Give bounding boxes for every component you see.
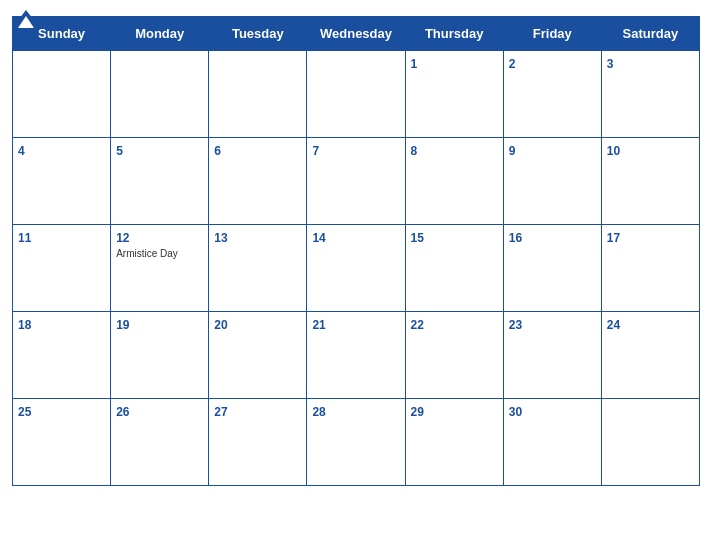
day-number: 3 — [607, 57, 614, 71]
day-number: 25 — [18, 405, 31, 419]
calendar-day-3: 3 — [601, 51, 699, 138]
day-number: 19 — [116, 318, 129, 332]
calendar-day-10: 10 — [601, 138, 699, 225]
calendar-week-row: 123 — [13, 51, 700, 138]
calendar-day-7: 7 — [307, 138, 405, 225]
calendar-empty-cell — [13, 51, 111, 138]
day-number: 17 — [607, 231, 620, 245]
calendar-day-12: 12Armistice Day — [111, 225, 209, 312]
day-number: 2 — [509, 57, 516, 71]
calendar-day-16: 16 — [503, 225, 601, 312]
calendar-day-15: 15 — [405, 225, 503, 312]
calendar-day-4: 4 — [13, 138, 111, 225]
day-number: 28 — [312, 405, 325, 419]
calendar-week-row: 1112Armistice Day1314151617 — [13, 225, 700, 312]
day-number: 8 — [411, 144, 418, 158]
day-number: 23 — [509, 318, 522, 332]
calendar-day-11: 11 — [13, 225, 111, 312]
calendar-empty-cell — [111, 51, 209, 138]
day-number: 14 — [312, 231, 325, 245]
calendar-day-1: 1 — [405, 51, 503, 138]
logo-icon — [12, 10, 40, 28]
day-number: 1 — [411, 57, 418, 71]
calendar-day-5: 5 — [111, 138, 209, 225]
day-number: 26 — [116, 405, 129, 419]
calendar-day-24: 24 — [601, 312, 699, 399]
calendar-day-26: 26 — [111, 399, 209, 486]
weekday-header-monday: Monday — [111, 17, 209, 51]
day-number: 4 — [18, 144, 25, 158]
calendar-day-25: 25 — [13, 399, 111, 486]
holiday-label: Armistice Day — [116, 248, 203, 259]
day-number: 5 — [116, 144, 123, 158]
day-number: 12 — [116, 231, 129, 245]
calendar-day-8: 8 — [405, 138, 503, 225]
calendar-day-9: 9 — [503, 138, 601, 225]
day-number: 16 — [509, 231, 522, 245]
day-number: 30 — [509, 405, 522, 419]
calendar-day-20: 20 — [209, 312, 307, 399]
calendar-day-23: 23 — [503, 312, 601, 399]
day-number: 7 — [312, 144, 319, 158]
weekday-header-tuesday: Tuesday — [209, 17, 307, 51]
calendar-empty-cell — [209, 51, 307, 138]
calendar-day-30: 30 — [503, 399, 601, 486]
calendar-grid: SundayMondayTuesdayWednesdayThursdayFrid… — [12, 16, 700, 486]
calendar-day-18: 18 — [13, 312, 111, 399]
day-number: 18 — [18, 318, 31, 332]
day-number: 11 — [18, 231, 31, 245]
calendar-day-29: 29 — [405, 399, 503, 486]
calendar-container: SundayMondayTuesdayWednesdayThursdayFrid… — [0, 0, 712, 550]
calendar-day-6: 6 — [209, 138, 307, 225]
day-number: 15 — [411, 231, 424, 245]
calendar-day-13: 13 — [209, 225, 307, 312]
calendar-week-row: 45678910 — [13, 138, 700, 225]
calendar-day-14: 14 — [307, 225, 405, 312]
day-number: 9 — [509, 144, 516, 158]
weekday-header-thursday: Thursday — [405, 17, 503, 51]
calendar-day-17: 17 — [601, 225, 699, 312]
day-number: 6 — [214, 144, 221, 158]
calendar-empty-cell — [601, 399, 699, 486]
weekday-header-wednesday: Wednesday — [307, 17, 405, 51]
day-number: 27 — [214, 405, 227, 419]
day-number: 13 — [214, 231, 227, 245]
calendar-day-2: 2 — [503, 51, 601, 138]
calendar-day-28: 28 — [307, 399, 405, 486]
day-number: 21 — [312, 318, 325, 332]
calendar-day-27: 27 — [209, 399, 307, 486]
day-number: 10 — [607, 144, 620, 158]
day-number: 29 — [411, 405, 424, 419]
weekday-header-friday: Friday — [503, 17, 601, 51]
day-number: 22 — [411, 318, 424, 332]
calendar-day-21: 21 — [307, 312, 405, 399]
calendar-day-19: 19 — [111, 312, 209, 399]
weekday-header-saturday: Saturday — [601, 17, 699, 51]
weekday-header-row: SundayMondayTuesdayWednesdayThursdayFrid… — [13, 17, 700, 51]
logo-area — [12, 10, 40, 28]
calendar-empty-cell — [307, 51, 405, 138]
day-number: 24 — [607, 318, 620, 332]
calendar-week-row: 18192021222324 — [13, 312, 700, 399]
calendar-day-22: 22 — [405, 312, 503, 399]
calendar-week-row: 252627282930 — [13, 399, 700, 486]
day-number: 20 — [214, 318, 227, 332]
